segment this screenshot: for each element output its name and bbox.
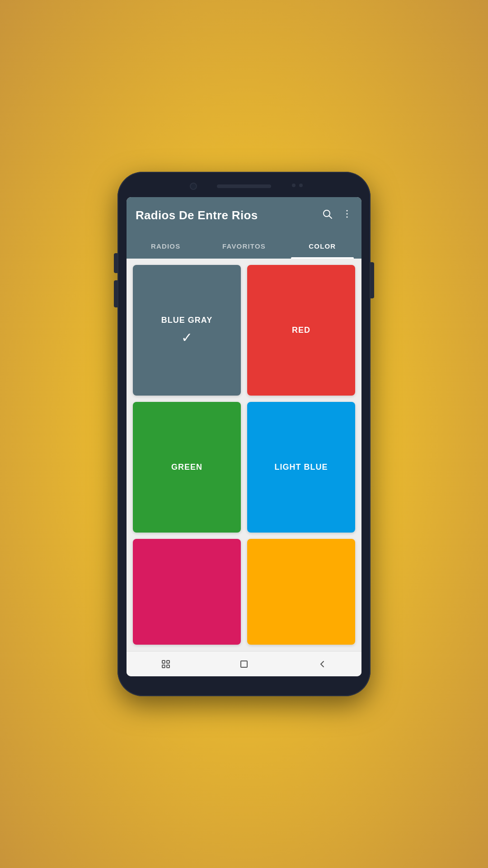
svg-point-3 [347, 213, 348, 215]
color-label-green: GREEN [171, 462, 202, 472]
color-label-red: RED [292, 326, 310, 335]
app-header: Radios De Entre Rios [127, 197, 361, 233]
svg-rect-9 [241, 661, 247, 667]
more-menu-button[interactable] [342, 208, 352, 222]
app-title: Radios De Entre Rios [136, 208, 258, 222]
sensor-area [292, 184, 303, 187]
svg-point-4 [347, 217, 348, 218]
color-grid: BLUE GRAY ✓ RED GREEN LIGHT BLUE [127, 259, 361, 651]
bottom-nav-bar [127, 651, 361, 676]
color-tile-green[interactable]: GREEN [133, 402, 241, 533]
color-label-blue-gray: BLUE GRAY [161, 316, 212, 325]
color-tile-light-blue[interactable]: LIGHT BLUE [247, 402, 355, 533]
recent-apps-button[interactable] [155, 653, 177, 675]
volume-up-button[interactable] [114, 253, 117, 273]
svg-point-2 [347, 210, 348, 212]
home-button[interactable] [233, 653, 255, 675]
color-tile-pink[interactable] [133, 539, 241, 645]
tab-radios[interactable]: RADIOS [127, 233, 205, 259]
svg-rect-5 [162, 660, 165, 663]
power-button[interactable] [371, 262, 374, 298]
svg-rect-8 [167, 665, 169, 668]
svg-rect-7 [167, 660, 169, 663]
tabs-bar: RADIOS FAVORITOS COLOR [127, 233, 361, 259]
color-tile-blue-gray[interactable]: BLUE GRAY ✓ [133, 265, 241, 396]
search-button[interactable] [322, 208, 333, 222]
back-button[interactable] [311, 653, 333, 675]
selected-check-blue-gray: ✓ [181, 330, 192, 345]
sensor-dot [292, 184, 296, 187]
sensor-dot [299, 184, 303, 187]
phone-screen: Radios De Entre Rios [127, 197, 361, 676]
svg-line-1 [329, 216, 332, 219]
phone-top-bar [117, 177, 371, 195]
color-tile-amber[interactable] [247, 539, 355, 645]
tab-color[interactable]: COLOR [283, 233, 361, 259]
tab-favoritos[interactable]: FAVORITOS [205, 233, 283, 259]
phone-device: Radios De Entre Rios [117, 172, 371, 696]
earpiece-speaker [217, 184, 271, 188]
color-label-light-blue: LIGHT BLUE [275, 462, 328, 472]
header-icons [322, 208, 352, 222]
color-tile-red[interactable]: RED [247, 265, 355, 396]
volume-down-button[interactable] [114, 280, 117, 307]
front-camera [190, 183, 197, 190]
svg-rect-6 [162, 665, 165, 668]
